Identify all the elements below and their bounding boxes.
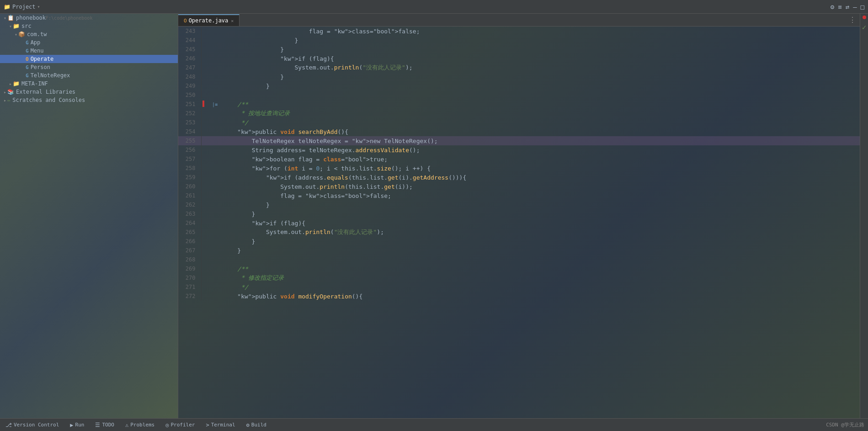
code-table: 243 flag = "kw">class="bool">false;244 }… xyxy=(178,27,860,301)
line-number: 267 xyxy=(178,246,201,255)
line-gutter xyxy=(201,209,210,218)
line-code[interactable]: "kw">if (flag){ xyxy=(219,54,860,63)
line-code[interactable]: "kw">if (address.equals(this.list.get(i)… xyxy=(219,173,860,182)
line-gutter xyxy=(201,218,210,228)
line-code[interactable]: */ xyxy=(219,118,860,127)
sidebar-item-externallibraries[interactable]: ▸📚External Libraries xyxy=(0,88,178,96)
minimize-icon[interactable]: – xyxy=(853,3,857,11)
line-code[interactable]: } xyxy=(219,246,860,255)
line-code[interactable]: "kw">public void modifyOperation(){ xyxy=(219,292,860,301)
sidebar-item-telnoteregex[interactable]: GTelNoteRegex xyxy=(0,71,178,80)
package-icon: 📦 xyxy=(18,31,25,37)
tab-operate[interactable]: OOperate.java✕ xyxy=(178,14,240,26)
line-code[interactable]: } xyxy=(219,81,860,90)
class-g-icon: G xyxy=(26,40,29,46)
line-code[interactable]: TelNoteRegex telNoteRegex = "kw">new Tel… xyxy=(219,136,860,145)
line-code[interactable]: */ xyxy=(219,282,860,292)
code-row: 248 } xyxy=(178,72,860,81)
status-item-terminal[interactable]: >Terminal xyxy=(204,421,237,429)
sidebar-item-menu[interactable]: GMenu xyxy=(0,47,178,55)
fold-indicator xyxy=(210,164,219,173)
tree-item-label: phonebook xyxy=(16,15,46,21)
line-number: 270 xyxy=(178,273,201,282)
status-icon-run: ▶ xyxy=(70,422,73,428)
settings-icon[interactable]: ⚙ xyxy=(831,3,834,11)
line-number: 243 xyxy=(178,27,201,36)
line-code[interactable]: * 修改指定记录 xyxy=(219,273,860,282)
status-item-version-control[interactable]: ⎇Version Control xyxy=(4,421,61,429)
sidebar-item-src[interactable]: ▾📁src xyxy=(0,22,178,30)
sidebar-item-com-tw[interactable]: ▾📦com.tw xyxy=(0,30,178,38)
sidebar-item-operate[interactable]: OOperate xyxy=(0,55,178,63)
tab-close[interactable]: ✕ xyxy=(231,18,234,23)
fold-indicator xyxy=(210,246,219,255)
line-code[interactable]: } xyxy=(219,36,860,45)
fold-indicator: |≡ xyxy=(210,100,219,109)
sidebar-item-meta-inf[interactable]: ▸📁META-INF xyxy=(0,80,178,88)
line-code[interactable]: String address= telNoteRegex.addressVali… xyxy=(219,145,860,154)
line-code[interactable]: System.out.println("没有此人记录"); xyxy=(219,228,860,237)
sidebar-item-scratchesconsoles[interactable]: ▸✏Scratches and Consoles xyxy=(0,96,178,104)
status-item-run[interactable]: ▶Run xyxy=(68,421,86,429)
line-number: 271 xyxy=(178,282,201,292)
sidebar-item-phonebook[interactable]: ▾📋phonebook F:\code\phonebook xyxy=(0,14,178,22)
code-editor[interactable]: 243 flag = "kw">class="bool">false;244 }… xyxy=(178,27,860,418)
tab-menu-button[interactable]: ⋮ xyxy=(845,14,860,26)
line-number: 261 xyxy=(178,191,201,200)
line-number: 272 xyxy=(178,292,201,301)
code-row: 267 } xyxy=(178,246,860,255)
line-code[interactable]: /** xyxy=(219,100,860,109)
status-label-version-control: Version Control xyxy=(14,422,59,428)
tree-item-label: Menu xyxy=(31,48,44,54)
line-code[interactable] xyxy=(219,90,860,100)
line-code[interactable]: "kw">boolean flag = class="bool">true; xyxy=(219,154,860,164)
line-number: 249 xyxy=(178,81,201,90)
folder-icon: 📁 xyxy=(4,4,11,10)
sidebar: ▾📋phonebook F:\code\phonebook▾📁src▾📦com.… xyxy=(0,14,178,418)
line-gutter xyxy=(201,45,210,54)
fold-indicator xyxy=(210,36,219,45)
line-code[interactable]: /** xyxy=(219,264,860,273)
maximize-icon[interactable]: □ xyxy=(861,3,864,11)
sidebar-item-app[interactable]: GApp xyxy=(0,38,178,47)
code-row: 251|≡ /** xyxy=(178,100,860,109)
line-code[interactable]: "kw">public void searchByAdd(){ xyxy=(219,127,860,136)
class-o-icon: O xyxy=(26,56,29,62)
line-code[interactable]: System.out.println("没有此人记录"); xyxy=(219,63,860,72)
code-row: 260 System.out.println(this.list.get(i))… xyxy=(178,182,860,191)
status-item-todo[interactable]: ☰TODO xyxy=(93,421,116,429)
line-gutter xyxy=(201,273,210,282)
dropdown-arrow[interactable]: ▾ xyxy=(37,4,40,9)
line-code[interactable]: "kw">if (flag){ xyxy=(219,218,860,228)
line-code[interactable]: flag = "kw">class="bool">false; xyxy=(219,27,860,36)
line-code[interactable]: "kw">for (int i = 0; i < this.list.size(… xyxy=(219,164,860,173)
fold-indicator xyxy=(210,145,219,154)
line-number: 251 xyxy=(178,100,201,109)
line-code[interactable]: } xyxy=(219,237,860,246)
line-code[interactable] xyxy=(219,255,860,264)
line-gutter xyxy=(201,228,210,237)
status-item-profiler[interactable]: ◎Profiler xyxy=(164,421,197,429)
code-row: 249 } xyxy=(178,81,860,90)
fold-indicator xyxy=(210,136,219,145)
line-code[interactable]: } xyxy=(219,209,860,218)
fold-indicator xyxy=(210,237,219,246)
line-number: 255 xyxy=(178,136,201,145)
status-item-problems[interactable]: ⚠Problems xyxy=(123,421,156,429)
fold-indicator xyxy=(210,264,219,273)
line-code[interactable]: System.out.println(this.list.get(i)); xyxy=(219,182,860,191)
line-code[interactable]: } xyxy=(219,200,860,209)
line-code[interactable]: flag = "kw">class="bool">false; xyxy=(219,191,860,200)
status-icon-terminal: > xyxy=(206,422,209,428)
status-item-build[interactable]: ⚙Build xyxy=(245,421,268,429)
title-icons: ⚙ ≡ ⇄ – □ xyxy=(831,3,864,11)
line-code[interactable]: * 按地址查询记录 xyxy=(219,109,860,118)
line-code[interactable]: } xyxy=(219,72,860,81)
fold-indicator xyxy=(210,63,219,72)
sync-icon[interactable]: ⇄ xyxy=(846,3,849,11)
line-code[interactable]: } xyxy=(219,45,860,54)
line-gutter xyxy=(201,100,210,109)
layout-icon[interactable]: ≡ xyxy=(838,3,841,11)
fold-indicator xyxy=(210,173,219,182)
sidebar-item-person[interactable]: GPerson xyxy=(0,63,178,71)
